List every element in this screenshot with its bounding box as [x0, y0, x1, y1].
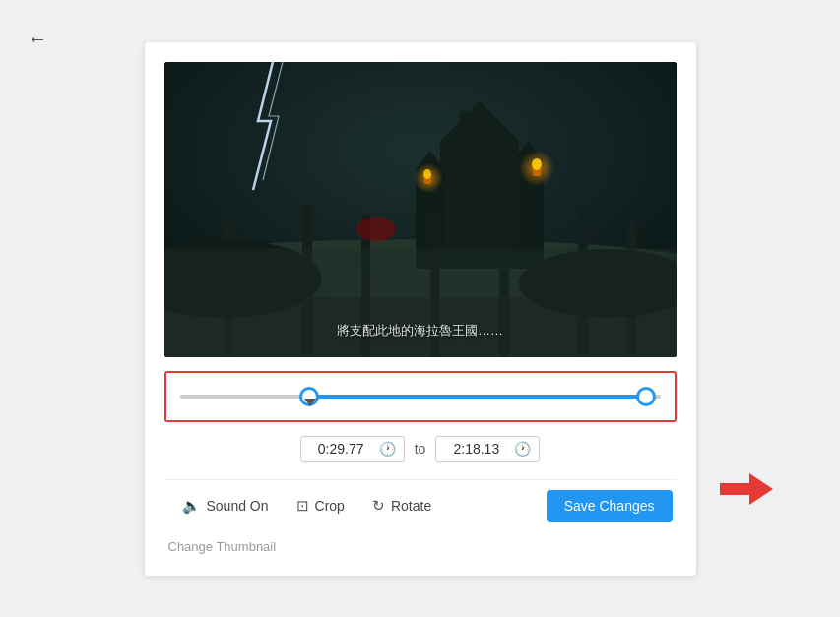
- svg-point-12: [532, 158, 542, 170]
- change-thumbnail-link[interactable]: Change Thumbnail: [164, 537, 677, 556]
- svg-rect-25: [164, 249, 677, 357]
- video-subtitle: 將支配此地的海拉魯王國……: [337, 322, 503, 339]
- crop-button[interactable]: ⊡ Crop: [283, 491, 358, 521]
- end-clock-icon: 🕐: [514, 441, 531, 457]
- back-button[interactable]: ←: [28, 28, 47, 50]
- video-preview: 將支配此地的海拉魯王國……: [164, 62, 677, 357]
- slider-track: [180, 395, 661, 399]
- end-time-input[interactable]: [444, 441, 508, 457]
- editor-card: 將支配此地的海拉魯王國…… 🕐 to 🕐: [145, 42, 696, 576]
- slider-thumb-right[interactable]: [636, 387, 656, 406]
- svg-marker-27: [720, 473, 773, 505]
- to-label: to: [415, 441, 426, 457]
- rotate-button[interactable]: ↻ Rotate: [358, 491, 445, 521]
- crop-icon: ⊡: [296, 497, 309, 515]
- sound-icon: 🔈: [182, 497, 201, 515]
- arrow-indicator: [720, 471, 773, 507]
- rotate-icon: ↻: [372, 497, 385, 515]
- start-time-wrapper: 🕐: [300, 436, 405, 462]
- rotate-label: Rotate: [391, 498, 431, 514]
- start-clock-icon: 🕐: [379, 441, 396, 457]
- svg-rect-5: [460, 111, 470, 141]
- trim-slider-wrapper[interactable]: [180, 383, 661, 410]
- save-changes-button[interactable]: Save Changes: [547, 490, 673, 522]
- toolbar-row: 🔈 Sound On ⊡ Crop ↻ Rotate Save Changes: [164, 479, 677, 527]
- crop-label: Crop: [315, 498, 345, 514]
- svg-point-26: [356, 217, 396, 241]
- sound-button[interactable]: 🔈 Sound On: [168, 491, 283, 521]
- red-arrow-svg: [720, 471, 773, 507]
- end-time-wrapper: 🕐: [435, 436, 540, 462]
- trim-section: [164, 371, 677, 422]
- slider-pointer: [304, 399, 316, 406]
- video-scene-svg: [164, 62, 677, 357]
- page-wrapper: ←: [0, 0, 840, 617]
- sound-label: Sound On: [207, 498, 269, 514]
- slider-fill: [309, 395, 646, 399]
- back-icon: ←: [28, 28, 47, 50]
- time-row: 🕐 to 🕐: [164, 436, 677, 465]
- start-time-input[interactable]: [309, 441, 373, 457]
- svg-point-15: [423, 169, 431, 179]
